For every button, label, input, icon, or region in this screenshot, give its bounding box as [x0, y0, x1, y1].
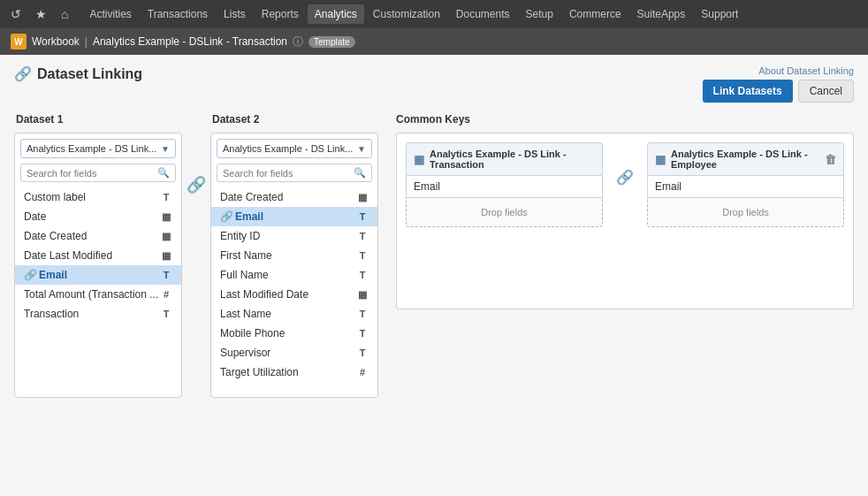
ck-col1-drop-zone[interactable]: Drop fields: [406, 198, 603, 227]
list-item[interactable]: Date Created ▦: [15, 226, 181, 246]
field-type-num-icon: #: [160, 289, 172, 300]
dataset2-selector-text: Analytics Example - DS Link...: [223, 143, 354, 154]
field-name: Date: [24, 210, 160, 223]
nav-customization[interactable]: Customization: [366, 4, 447, 24]
cancel-button[interactable]: Cancel: [798, 80, 854, 103]
workbook-label[interactable]: Workbook: [32, 35, 80, 48]
common-keys-label: Common Keys: [396, 113, 854, 126]
list-item[interactable]: Date ▦: [15, 207, 181, 226]
field-type-date-icon: ▦: [160, 211, 172, 223]
list-item[interactable]: Entity ID T: [211, 226, 377, 246]
dataset2-dropdown-arrow: ▼: [357, 144, 366, 154]
ck-col2-field-name: Email: [655, 180, 836, 193]
ck-column2-header: ▦ Analytics Example - DS Link - Employee…: [647, 142, 844, 176]
dataset1-field-list: Custom label T Date ▦ Date Created ▦ Dat…: [15, 186, 181, 325]
list-item-email-selected[interactable]: 🔗 Email T: [211, 207, 377, 226]
dataset2-search-input[interactable]: [223, 168, 354, 179]
email-link-icon: 🔗: [24, 269, 37, 281]
nav-transactions[interactable]: Transactions: [141, 4, 215, 24]
info-icon[interactable]: ⓘ: [293, 34, 303, 50]
field-name: Supervisor: [220, 347, 356, 359]
list-item-email-selected[interactable]: 🔗 Email T: [15, 265, 181, 285]
field-type-date-icon: ▦: [160, 231, 172, 242]
field-type-text-icon: T: [356, 270, 369, 280]
nav-commerce[interactable]: Commerce: [562, 4, 628, 24]
nav-documents[interactable]: Documents: [449, 4, 517, 24]
field-type-text-icon: T: [356, 309, 369, 319]
about-link[interactable]: About Dataset Linking: [758, 65, 854, 76]
ck-col2-drop-zone[interactable]: Drop fields: [647, 198, 844, 227]
ck-chain-icon: 🔗: [616, 169, 634, 186]
list-item[interactable]: Target Utilization #: [211, 362, 377, 382]
nav-analytics[interactable]: Analytics: [308, 4, 364, 24]
ck-column-transaction: ▦ Analytics Example - DS Link - Transact…: [406, 142, 603, 227]
link-datasets-button[interactable]: Link Datasets: [703, 80, 793, 103]
field-type-text-icon: T: [356, 328, 369, 339]
list-item[interactable]: First Name T: [211, 246, 377, 265]
field-type-text-icon: T: [160, 270, 172, 280]
ck-col2-table-icon: ▦: [655, 153, 666, 166]
nav-lists[interactable]: Lists: [217, 4, 253, 24]
breadcrumb-page-name: Analytics Example - DSLink - Transaction: [93, 35, 287, 48]
list-item[interactable]: Date Created ▦: [211, 187, 377, 207]
nav-reports[interactable]: Reports: [255, 4, 306, 24]
list-item[interactable]: Last Name T: [211, 304, 377, 324]
field-name: Mobile Phone: [220, 327, 356, 340]
nav-setup[interactable]: Setup: [519, 4, 560, 24]
ck-col1-title: Analytics Example - DS Link - Transactio…: [430, 149, 595, 170]
main-content: 🔗 Dataset Linking About Dataset Linking …: [0, 55, 868, 496]
home-icon[interactable]: ⌂: [57, 5, 72, 23]
field-name: Custom label: [24, 191, 160, 203]
field-name: Date Created: [220, 191, 356, 203]
common-keys-columns: ▦ Analytics Example - DS Link - Transact…: [406, 142, 844, 227]
field-name: Last Name: [220, 308, 356, 320]
field-type-date-icon: ▦: [356, 192, 369, 203]
list-item[interactable]: Total Amount (Transaction ... #: [15, 285, 181, 304]
field-name: Total Amount (Transaction ...: [24, 288, 160, 301]
dataset2-wrapper: Dataset 2 Analytics Example - DS Link...…: [210, 113, 378, 398]
nav-suiteapps[interactable]: SuiteApps: [630, 4, 693, 24]
star-icon[interactable]: ★: [32, 5, 50, 23]
field-type-text-icon: T: [356, 347, 369, 358]
list-item[interactable]: Full Name T: [211, 265, 377, 285]
field-name: Entity ID: [220, 230, 356, 242]
nav-activities[interactable]: Activities: [82, 4, 138, 24]
dataset2-label: Dataset 2: [210, 113, 378, 126]
dataset1-dropdown-arrow: ▼: [161, 144, 170, 154]
ck-col2-delete-icon[interactable]: 🗑: [825, 153, 836, 166]
dataset1-search-input[interactable]: [27, 168, 157, 179]
field-name: Transaction: [24, 308, 160, 320]
dataset1-label: Dataset 1: [14, 113, 182, 126]
nav-icon-group: ↺ ★ ⌂: [7, 5, 72, 23]
list-item[interactable]: Transaction T: [15, 304, 181, 324]
field-name: Full Name: [220, 269, 356, 281]
list-item[interactable]: Supervisor T: [211, 343, 377, 362]
page-title-section: 🔗 Dataset Linking: [14, 65, 142, 82]
field-type-text-icon: T: [160, 192, 172, 202]
template-badge: Template: [308, 36, 355, 48]
field-type-text-icon: T: [160, 309, 172, 319]
ck-col2-field-row: Email: [647, 176, 844, 198]
ck-col2-title: Analytics Example - DS Link - Employee: [671, 149, 819, 170]
dataset1-selector[interactable]: Analytics Example - DS Link... ▼: [20, 139, 176, 158]
page-header: 🔗 Dataset Linking About Dataset Linking …: [14, 65, 854, 103]
list-item[interactable]: Last Modified Date ▦: [211, 285, 377, 304]
dataset2-selector[interactable]: Analytics Example - DS Link... ▼: [217, 139, 372, 158]
field-name: Last Modified Date: [220, 288, 356, 301]
list-item[interactable]: Date Last Modified ▦: [15, 246, 181, 265]
field-type-text-icon: T: [356, 250, 369, 261]
dataset2-field-list: Date Created ▦ 🔗 Email T Entity ID T Fir…: [211, 186, 377, 384]
field-name-email: Email: [39, 269, 160, 281]
ck-link-middle: 🔗: [612, 142, 638, 186]
workbook-icon: W: [11, 34, 27, 50]
dataset2-search-box: 🔍: [217, 164, 372, 182]
ck-col1-field-name: Email: [414, 180, 595, 193]
ck-col1-table-icon: ▦: [414, 153, 424, 166]
nav-support[interactable]: Support: [694, 4, 745, 24]
list-item[interactable]: Custom label T: [15, 187, 181, 207]
breadcrumb-bar: W Workbook | Analytics Example - DSLink …: [0, 28, 868, 55]
refresh-icon[interactable]: ↺: [7, 5, 25, 23]
dataset2-panel: Analytics Example - DS Link... ▼ 🔍 Date …: [210, 133, 378, 398]
list-item[interactable]: Mobile Phone T: [211, 324, 377, 343]
ck-col1-field-row: Email: [406, 176, 603, 198]
